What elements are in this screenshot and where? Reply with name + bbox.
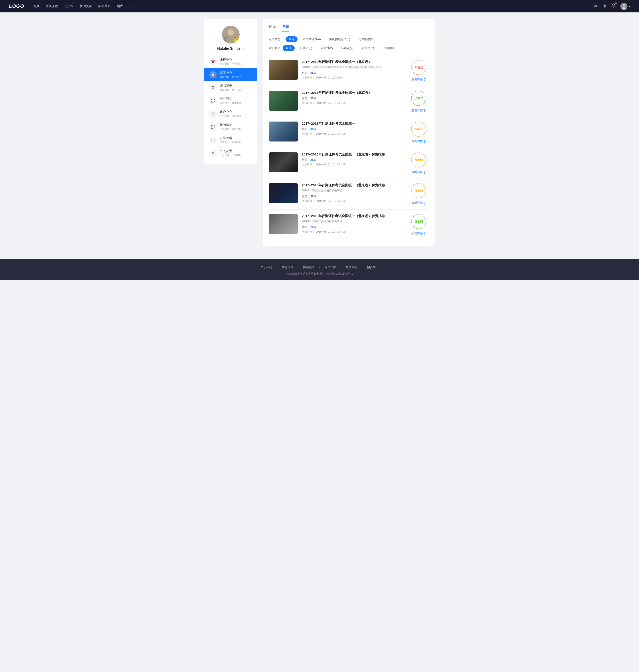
exam-score: 25 — [310, 71, 313, 75]
tab-exam[interactable]: 考试 — [282, 25, 289, 32]
sidebar-item-course[interactable]: 📅 课程中心 精彩课程、不容错过 — [204, 55, 258, 68]
status-filter-tag[interactable]: 全部 — [283, 45, 295, 51]
navbar-link[interactable]: 题库 — [117, 4, 123, 8]
sidebar-item-title-qa: 学习问答 — [220, 97, 241, 101]
navbar-actions: APP下载 ▾ — [594, 3, 630, 10]
navbar-link[interactable]: 公开课 — [64, 4, 74, 8]
status-filter-tag[interactable]: 待考试(2) — [338, 45, 357, 51]
status-filter-label: 考试状态 — [269, 46, 280, 50]
footer-divider: | — [362, 265, 362, 269]
footer-copyright: Copyright® 云朵商学院 版权所有 京ICP备17051340号–1 — [0, 272, 639, 276]
top-tabs: 题库 考试 — [269, 25, 428, 32]
footer-divider: | — [298, 265, 299, 269]
exam-score-row: 得分：25分 — [302, 71, 405, 75]
profile-username: Natalie Smith — [217, 47, 240, 51]
footer-link[interactable]: 关于我们 — [261, 265, 272, 269]
type-filter-tag[interactable]: 证书类考试(4) — [300, 36, 324, 42]
sidebar-item-settings[interactable]: ⚙ 个人设置 个人信息、一键管理 — [204, 147, 258, 160]
exam-score-row: 得分：99分 — [302, 194, 405, 198]
exam-score: 25 — [310, 225, 313, 229]
user-avatar-menu[interactable]: ▾ — [620, 3, 630, 10]
sidebar-item-sub-qa: 课后重温、疑难解答 — [220, 101, 241, 105]
exam-title: 2017–2018年行测证件考试全国统一（北京卷） — [302, 60, 405, 64]
footer-link[interactable]: 免责声明 — [346, 265, 357, 269]
exam-status-badge: 未通过 — [411, 60, 426, 75]
sidebar-item-icon-settings: ⚙ — [209, 150, 217, 157]
profile-edit-icon[interactable]: ✏ — [241, 47, 244, 50]
sidebar-item-sub-certificate: 收获荣耀、持证上岗 — [220, 88, 241, 92]
exam-detail-link[interactable]: 查看详情 ❯ — [411, 78, 426, 82]
exam-list-item: 2017–2018年行测证件考试全国统一（北京卷） 2018年行测考试是最值得多… — [269, 55, 428, 86]
type-filter-tag[interactable]: 随机抽题考试(5) — [326, 36, 353, 42]
sidebar-item-certificate[interactable]: 🎖 证书荣誉 收获荣耀、持证上岗 — [204, 81, 258, 94]
exam-info: 2017–2018年行测证件考试全国统一（北京卷）付费批卷 2018年行测考试是… — [302, 214, 405, 234]
status-filter-tag[interactable]: 已批阅(2) — [379, 45, 398, 51]
exam-thumbnail — [269, 153, 298, 172]
exam-title: 2017–2018年行测证件考试全国统一（北京卷）付费批卷 — [302, 183, 405, 188]
sidebar-item-question-bank[interactable]: 📋 题库中心 海量习题、助力通关 — [204, 68, 258, 81]
sidebar-item-sub-orders: 订单支出、明明白白 — [220, 141, 241, 144]
app-download-link[interactable]: APP下载 — [594, 4, 607, 8]
exam-score-row: 得分：99分 — [302, 127, 405, 131]
exam-time: 考试时间： 2019–05–03 10：09：09 — [302, 163, 405, 166]
status-filter-tag[interactable]: 未通过(2) — [317, 45, 336, 51]
exam-detail-link[interactable]: 查看详情 ❯ — [411, 201, 426, 205]
navbar-link[interactable]: ··· — [129, 4, 132, 8]
status-filter-row: 考试状态全部已通过(2)未通过(2)待考试(2)待批阅(2)已批阅(2) — [269, 45, 428, 51]
sidebar-item-qa[interactable]: 💬 学习问答 课后重温、疑难解答 — [204, 94, 258, 107]
type-filter-tag[interactable]: 付费批卷(6) — [356, 36, 377, 42]
navbar-link[interactable]: 问答社区 — [98, 4, 111, 8]
exam-time: 考试时间： 2019–05–03 10：09：09 — [302, 101, 405, 105]
navbar-link[interactable]: 新闻资讯 — [80, 4, 92, 8]
exam-score: 99 — [310, 194, 313, 198]
status-filter-tag[interactable]: 待批阅(2) — [359, 45, 377, 51]
exam-right: 已通过 查看详情 ❯ — [409, 91, 428, 112]
exam-score: 99 — [310, 96, 313, 100]
exam-list-item: 2017–2018年行测证件考试全国统一（北京卷）付费批卷 2018年行测考试是… — [269, 179, 428, 210]
tab-question-bank[interactable]: 题库 — [269, 25, 276, 32]
footer-divider: | — [340, 265, 341, 269]
sidebar-item-orders[interactable]: 📄 订单管理 订单支出、明明白白 — [204, 133, 258, 147]
exam-time: 考试时间： 2019–05–03 10：09：09 — [302, 199, 405, 203]
exam-detail-link[interactable]: 查看详情 ❯ — [411, 139, 426, 143]
exam-right: 待考试 查看详情 ❯ — [409, 122, 428, 143]
footer-link[interactable]: 网站地图 — [303, 265, 315, 269]
exam-score-row: 得分：99分 — [302, 96, 405, 100]
footer-links: 关于我们|加盟代理|网站地图|合作伙伴|免责声明|招贤纳士 — [0, 265, 639, 269]
exam-list-item: 2017–2018年行测证件考试全国统一（北京卷）付费批卷 得分：25分 考试时… — [269, 148, 428, 179]
notification-icon[interactable] — [611, 3, 616, 9]
type-filter-tag[interactable]: 全部 — [285, 36, 298, 42]
sidebar-item-icon-account: ♡ — [209, 110, 217, 117]
sidebar-item-sub-question-bank: 海量习题、助力通关 — [220, 75, 241, 79]
sidebar-item-title-messages: 我的消息 — [220, 123, 241, 127]
sidebar-item-title-orders: 订单管理 — [220, 136, 241, 140]
exam-thumbnail — [269, 214, 298, 234]
sidebar-menu: 📅 课程中心 精彩课程、不容错过 📋 题库中心 海量习题、助力通关 🎖 证书荣誉… — [204, 55, 258, 160]
svg-point-1 — [623, 4, 625, 6]
exam-detail-link[interactable]: 查看详情 ❯ — [411, 232, 426, 236]
exam-score-row: 得分：25分 — [302, 158, 405, 162]
status-filter-tag[interactable]: 已通过(2) — [297, 45, 315, 51]
exam-info: 2017–2018年行测证件考试全国统一（北京卷）付费批卷 2018年行测考试是… — [302, 183, 405, 203]
footer-link[interactable]: 加盟代理 — [282, 265, 293, 269]
main-content: 题库 考试 考试类型：全部证书类考试(4)随机抽题考试(5)付费批卷(6) 考试… — [263, 19, 435, 246]
sidebar-item-title-account: 账户中心 — [220, 110, 241, 114]
footer-link[interactable]: 招贤纳士 — [367, 265, 378, 269]
exam-score-row: 得分：25分 — [302, 225, 405, 229]
sidebar-item-title-question-bank: 题库中心 — [220, 71, 241, 75]
navbar-link[interactable]: 发现课程 — [46, 4, 58, 8]
exam-detail-link[interactable]: 查看详情 ❯ — [411, 170, 426, 174]
exam-status-badge: 已通过 — [411, 91, 426, 106]
exam-detail-link[interactable]: 查看详情 ❯ — [411, 109, 426, 112]
footer-link[interactable]: 合作伙伴 — [324, 265, 336, 269]
navbar-link[interactable]: 首页 — [33, 4, 39, 8]
exam-right: 已批阅 查看详情 ❯ — [409, 214, 428, 236]
navbar-links: 首页发现课程公开课新闻资讯问答社区题库··· — [33, 4, 594, 8]
exam-time: 考试时间： 2019–05–03 10:09:09 — [302, 76, 405, 80]
exam-title: 2017–2018年行测证件考试全国统一（北京卷） — [302, 91, 405, 95]
profile-name-row: Natalie Smith ✏ — [217, 47, 244, 51]
exam-list-item: 2017–2018年行测证件考试全国统一（北京卷）付费批卷 2018年行测考试是… — [269, 210, 428, 240]
exam-thumbnail — [269, 91, 298, 111]
sidebar-item-messages[interactable]: 💭 我的消息 消息通知、及时了解 — [204, 121, 258, 133]
sidebar-item-account[interactable]: ♡ 账户中心 个人权益、实时掌握 — [204, 107, 258, 121]
